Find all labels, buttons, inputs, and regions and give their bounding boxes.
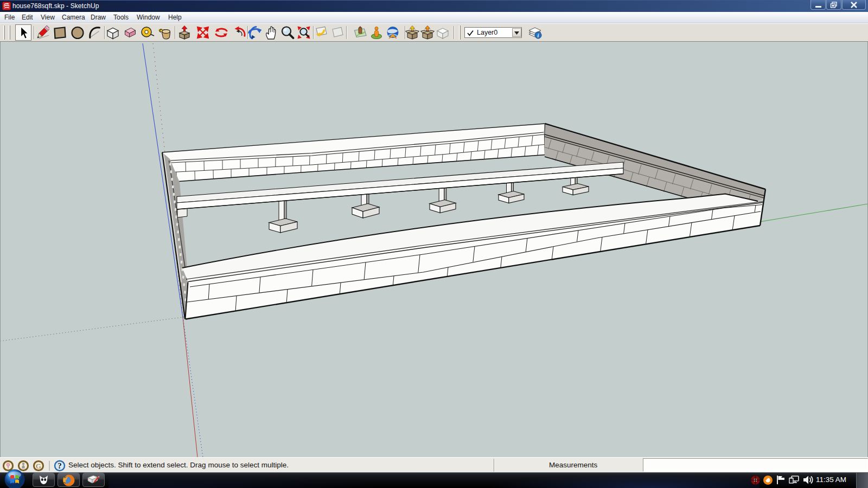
svg-text:?: ? — [58, 461, 62, 470]
svg-text:G: G — [36, 462, 41, 470]
svg-text:i: i — [538, 33, 539, 38]
